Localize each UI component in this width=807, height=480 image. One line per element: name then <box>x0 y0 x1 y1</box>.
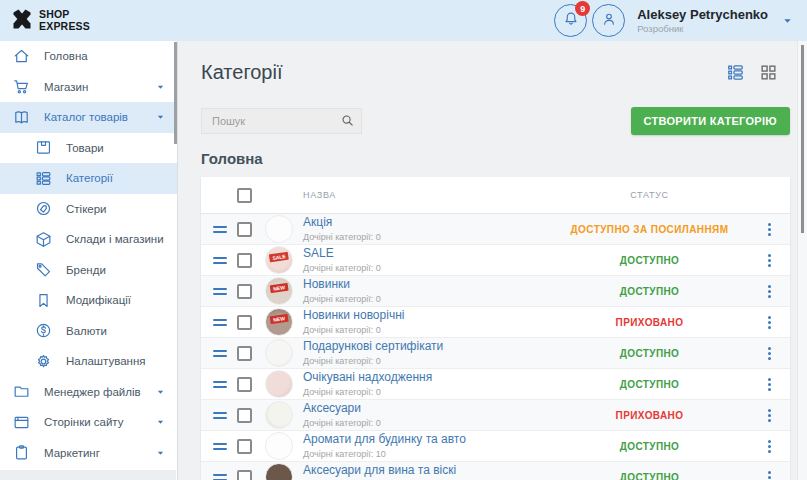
sidebar-item-label: Магазин <box>44 81 88 93</box>
category-thumbnail <box>265 339 293 367</box>
row-checkbox[interactable] <box>237 253 252 268</box>
row-checkbox[interactable] <box>237 439 252 454</box>
status-badge: ДОСТУПНО <box>547 441 752 452</box>
table-row: Очікувані надходження Дочірні категорії:… <box>201 369 790 400</box>
gear-icon <box>34 352 53 371</box>
tag-icon <box>34 260 53 279</box>
home-icon <box>12 47 31 66</box>
status-badge: ДОСТУПНО <box>547 348 752 359</box>
drag-handle-icon[interactable] <box>213 288 227 295</box>
sidebar-item-catalog[interactable]: Каталог товарів <box>0 102 177 133</box>
grid-view-icon[interactable] <box>759 63 778 82</box>
package-icon <box>34 230 53 249</box>
sidebar-item-label: Валюти <box>66 325 107 337</box>
select-all-checkbox[interactable] <box>237 188 252 203</box>
sidebar-item-label: Стікери <box>66 203 107 215</box>
category-name-link[interactable]: Акція <box>303 216 547 230</box>
categories-icon <box>34 169 53 188</box>
row-menu-kebab-icon[interactable] <box>761 220 777 239</box>
main-scrollbar-track[interactable] <box>797 41 807 480</box>
category-thumbnail: SALE <box>265 246 293 274</box>
chevron-down-icon <box>156 387 165 396</box>
row-checkbox[interactable] <box>237 377 252 392</box>
category-thumbnail: NEW <box>265 308 293 336</box>
drag-handle-icon[interactable] <box>213 412 227 419</box>
drag-handle-icon[interactable] <box>213 381 227 388</box>
sidebar-item-site-pages[interactable]: Сторінки сайту <box>0 407 177 438</box>
category-name-link[interactable]: Аромати для будинку та авто <box>303 433 547 447</box>
row-checkbox[interactable] <box>237 346 252 361</box>
row-menu-kebab-icon[interactable] <box>761 344 777 363</box>
sidebar-item-categories[interactable]: Категорії <box>0 163 177 194</box>
category-name-link[interactable]: SALE <box>303 247 547 261</box>
drag-handle-icon[interactable] <box>213 257 227 264</box>
sidebar-item-label: Каталог товарів <box>44 111 128 123</box>
sidebar-item-home[interactable]: Головна <box>0 41 177 72</box>
category-name-link[interactable]: Очікувані надходження <box>303 371 547 385</box>
category-children-count: Дочірні категорії: 10 <box>303 449 547 459</box>
row-menu-kebab-icon[interactable] <box>761 468 777 480</box>
sidebar-item-settings[interactable]: Налаштування <box>0 346 177 377</box>
table-row: NEW Новинки новорічні Дочірні категорії:… <box>201 307 790 338</box>
category-children-count: Дочірні категорії: 0 <box>303 232 547 242</box>
status-badge: ПРИХОВАНО <box>547 317 752 328</box>
row-checkbox[interactable] <box>237 284 252 299</box>
sidebar-item-modifications[interactable]: Модифікації <box>0 285 177 316</box>
row-menu-kebab-icon[interactable] <box>761 251 777 270</box>
sidebar-item-brands[interactable]: Бренди <box>0 255 177 286</box>
row-menu-kebab-icon[interactable] <box>761 313 777 332</box>
search-input[interactable] <box>201 108 362 134</box>
drag-handle-icon[interactable] <box>213 226 227 233</box>
row-menu-kebab-icon[interactable] <box>761 437 777 456</box>
sidebar-item-marketing[interactable]: Маркетинг <box>0 438 177 469</box>
user-avatar-button[interactable] <box>592 4 625 37</box>
column-header-name: НАЗВА <box>303 190 547 200</box>
sidebar-bottom-cutoff <box>0 470 176 480</box>
drag-handle-icon[interactable] <box>213 319 227 326</box>
category-name-link[interactable]: Новинки новорічні <box>303 309 547 323</box>
category-name-link[interactable]: Новинки <box>303 278 547 292</box>
row-checkbox[interactable] <box>237 408 252 423</box>
drag-handle-icon[interactable] <box>213 474 227 480</box>
row-menu-kebab-icon[interactable] <box>761 282 777 301</box>
row-checkbox[interactable] <box>237 470 252 480</box>
sidebar-scrollbar-thumb[interactable] <box>174 42 177 144</box>
sidebar-item-label: Модифікації <box>66 294 131 306</box>
category-thumbnail <box>265 401 293 429</box>
category-thumbnail <box>265 215 293 243</box>
category-name-link[interactable]: Аксесуари для вина та віскі <box>303 464 547 478</box>
category-thumbnail <box>265 432 293 460</box>
status-badge: ПРИХОВАНО <box>547 410 752 421</box>
sidebar-item-currencies[interactable]: Валюти <box>0 316 177 347</box>
sidebar-item-warehouses[interactable]: Склади і магазини <box>0 224 177 255</box>
category-name-link[interactable]: Подарункові сертифікати <box>303 340 547 354</box>
top-bar: SHOP EXPRESS 9 <box>0 0 807 41</box>
create-category-button[interactable]: СТВОРИТИ КАТЕГОРІЮ <box>631 107 791 135</box>
status-badge: ДОСТУПНО <box>547 472 752 480</box>
shop-express-logo[interactable]: SHOP EXPRESS <box>10 7 90 35</box>
thumbnail-badge: SALE <box>269 252 289 263</box>
sidebar-item-label: Категорії <box>66 172 113 184</box>
sidebar-item-products[interactable]: Товари <box>0 133 177 164</box>
page-title: Категорії <box>201 61 283 84</box>
sidebar-item-stickers[interactable]: Стікери <box>0 194 177 225</box>
main-scrollbar-thumb[interactable] <box>801 45 804 233</box>
user-menu-chevron-down-icon[interactable] <box>782 15 793 26</box>
notifications-button[interactable]: 9 <box>554 4 587 37</box>
sidebar-item-label: Бренди <box>66 264 106 276</box>
drag-handle-icon[interactable] <box>213 350 227 357</box>
list-view-icon[interactable] <box>726 63 745 82</box>
row-checkbox[interactable] <box>237 222 252 237</box>
drag-handle-icon[interactable] <box>213 443 227 450</box>
chevron-down-icon <box>156 82 165 91</box>
row-menu-kebab-icon[interactable] <box>761 406 777 425</box>
user-meta: Aleksey Petrychenko Розробник <box>637 7 768 34</box>
chevron-down-icon <box>156 448 165 457</box>
bookmark-icon <box>34 291 53 310</box>
row-menu-kebab-icon[interactable] <box>761 375 777 394</box>
sidebar-item-shop[interactable]: Магазин <box>0 72 177 103</box>
box-icon <box>34 138 53 157</box>
category-name-link[interactable]: Аксесуари <box>303 402 547 416</box>
sidebar-item-file-manager[interactable]: Менеджер файлів <box>0 377 177 408</box>
row-checkbox[interactable] <box>237 315 252 330</box>
